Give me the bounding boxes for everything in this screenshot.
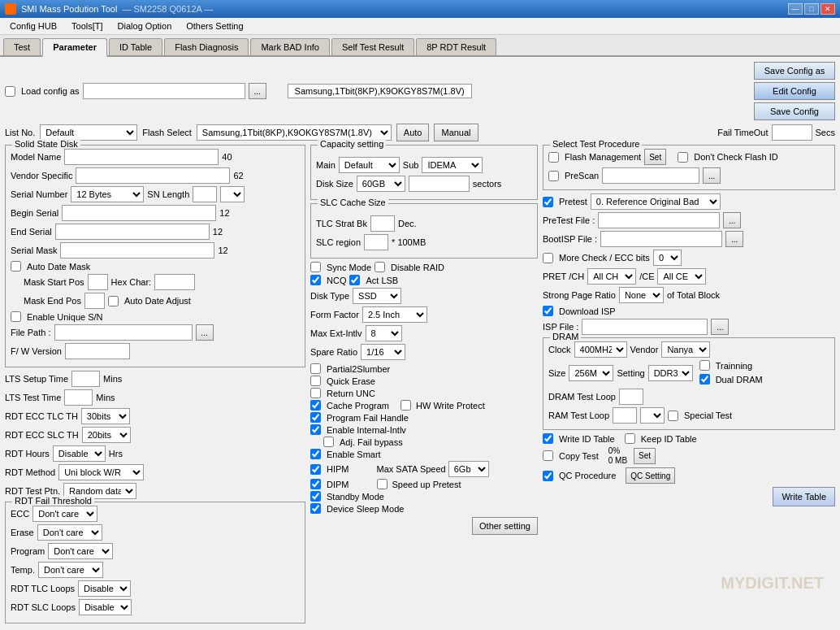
- rdt-hours-select[interactable]: Disable: [53, 445, 106, 462]
- prescan-checkbox[interactable]: [548, 171, 559, 181]
- more-check-checkbox[interactable]: [543, 253, 553, 263]
- close-button[interactable]: ✕: [821, 3, 835, 15]
- enable-smart-checkbox[interactable]: [310, 449, 321, 459]
- qc-procedure-checkbox[interactable]: [543, 471, 553, 481]
- prescan-browse[interactable]: ...: [703, 167, 721, 184]
- enable-internal-intlv-checkbox[interactable]: [310, 424, 321, 435]
- max-sata-speed-select[interactable]: 6Gb: [448, 461, 489, 477]
- qc-setting-button[interactable]: QC Setting: [626, 467, 675, 484]
- auto-date-adjust-checkbox[interactable]: [108, 296, 119, 306]
- main-select[interactable]: Default: [339, 157, 400, 173]
- spare-ratio-select[interactable]: 1/16: [361, 344, 405, 360]
- dram-test-loop-input[interactable]: 0: [619, 389, 643, 405]
- load-config-browse[interactable]: ...: [249, 83, 266, 99]
- ncq-checkbox[interactable]: [310, 275, 321, 285]
- mask-end-pos-input[interactable]: 10: [84, 293, 105, 309]
- return-unc-checkbox[interactable]: [310, 388, 321, 398]
- serial-mask-input[interactable]: AA##########: [60, 242, 214, 259]
- bootisp-file-input[interactable]: BootISP2258.bin: [600, 231, 722, 247]
- begin-serial-input[interactable]: AA0000000017: [62, 205, 216, 221]
- erase-select[interactable]: Don't care: [37, 524, 102, 541]
- training-checkbox[interactable]: [699, 360, 710, 371]
- pretest-file-browse[interactable]: ...: [723, 212, 741, 228]
- cache-program-checkbox[interactable]: [310, 400, 321, 411]
- maximize-button[interactable]: □: [804, 3, 819, 15]
- hex-char-input[interactable]: [154, 274, 195, 290]
- rdt-slc-loops-select[interactable]: Disable: [79, 599, 132, 615]
- tab-flash-diagnosis[interactable]: Flash Diagnosis: [164, 38, 249, 55]
- minimize-button[interactable]: —: [788, 3, 803, 15]
- pretest-file-input[interactable]: PTEST2258.bin: [598, 212, 720, 228]
- fw-version-input[interactable]: [65, 343, 130, 359]
- disable-raid-checkbox[interactable]: [375, 262, 385, 272]
- pretest-select[interactable]: 0. Reference Original Bad: [591, 193, 721, 210]
- hipm-checkbox[interactable]: [310, 464, 321, 475]
- copy-test-checkbox[interactable]: [543, 450, 553, 461]
- act-lsb-checkbox[interactable]: [349, 275, 360, 285]
- standby-mode-checkbox[interactable]: [310, 491, 321, 502]
- isp-file-input[interactable]: ISP2258.bin: [582, 319, 708, 335]
- manual-button[interactable]: Manual: [434, 124, 478, 141]
- tab-id-table[interactable]: ID Table: [109, 38, 162, 55]
- disk-size-select[interactable]: 60GB: [357, 176, 405, 192]
- rdt-ecc-tlc-select[interactable]: 30bits: [81, 408, 130, 424]
- ecc-select[interactable]: Don't care: [32, 506, 97, 522]
- program-fail-handle-checkbox[interactable]: [310, 412, 321, 423]
- edit-config-button[interactable]: Edit Config: [754, 82, 835, 100]
- tlc-strat-bk-input[interactable]: 0: [370, 215, 395, 232]
- download-isp-checkbox[interactable]: [543, 306, 553, 316]
- menu-others-setting[interactable]: Others Setting: [180, 20, 249, 33]
- prescan-input[interactable]: [602, 167, 699, 184]
- strong-page-ratio-select[interactable]: None: [619, 287, 664, 303]
- device-sleep-mode-checkbox[interactable]: [310, 503, 321, 514]
- copy-test-set-button[interactable]: Set: [634, 448, 656, 464]
- flash-select-dropdown[interactable]: Samsung,1Tbit(8KP),K9OKGY8S7M(1.8V): [197, 124, 392, 141]
- model-name-input[interactable]: tigo SSD: [64, 149, 219, 165]
- tab-test[interactable]: Test: [3, 38, 41, 55]
- flash-management-checkbox[interactable]: [548, 152, 559, 163]
- fail-timeout-input[interactable]: 600: [772, 124, 812, 141]
- lts-test-input[interactable]: 110: [64, 389, 93, 406]
- form-factor-select[interactable]: 2.5 Inch: [362, 306, 427, 323]
- special-test-checkbox[interactable]: [668, 411, 678, 421]
- more-check-select[interactable]: 0: [653, 250, 682, 266]
- tab-self-test-result[interactable]: Self Test Result: [331, 38, 414, 55]
- vendor-select[interactable]: Nanya: [661, 341, 710, 358]
- save-config-as-button[interactable]: Save Config as: [754, 62, 835, 80]
- mask-start-pos-input[interactable]: 3: [88, 274, 108, 290]
- ram-test-loop-input[interactable]: 0: [613, 407, 637, 424]
- file-path-browse[interactable]: ...: [196, 324, 214, 341]
- rdt-tlc-loops-select[interactable]: Disable: [78, 580, 131, 597]
- slc-region-input[interactable]: 30: [364, 234, 388, 250]
- hw-write-protect-checkbox[interactable]: [401, 400, 411, 411]
- list-no-select[interactable]: Default: [40, 124, 137, 141]
- ram-test-loop-select[interactable]: [640, 407, 665, 424]
- tab-parameter[interactable]: Parameter: [42, 38, 107, 57]
- max-ext-intlv-select[interactable]: 8: [366, 325, 402, 341]
- lts-setup-input[interactable]: 70: [71, 371, 100, 387]
- isp-file-browse[interactable]: ...: [711, 319, 729, 335]
- dipm-checkbox[interactable]: [310, 479, 321, 489]
- adj-fail-bypass-checkbox[interactable]: [323, 437, 334, 447]
- menu-dialog-option[interactable]: Dialog Option: [111, 20, 179, 33]
- write-id-table-checkbox[interactable]: [543, 433, 553, 444]
- quick-erase-checkbox[interactable]: [310, 376, 321, 386]
- sn-length-select[interactable]: [220, 186, 245, 202]
- load-config-checkbox[interactable]: [5, 86, 15, 97]
- sn-length-input[interactable]: 12: [193, 186, 217, 202]
- vendor-specific-input[interactable]: tigo SSD: [76, 167, 230, 184]
- temp-select[interactable]: Don't care: [38, 562, 103, 578]
- load-config-input[interactable]: [83, 83, 245, 99]
- dual-dram-checkbox[interactable]: [699, 374, 710, 385]
- rdt-method-select[interactable]: Uni block W/R: [58, 464, 144, 480]
- pret-ch-select[interactable]: All CH: [587, 268, 636, 285]
- size-select[interactable]: 256M: [569, 365, 613, 381]
- tab-mark-bad-info[interactable]: Mark BAD Info: [250, 38, 330, 55]
- sectors-input[interactable]: 734003200: [409, 176, 470, 192]
- other-setting-button[interactable]: Other setting: [472, 517, 538, 535]
- auto-button[interactable]: Auto: [396, 124, 430, 141]
- speed-up-pretest-checkbox[interactable]: [377, 479, 388, 489]
- rdt-ecc-slc-select[interactable]: 20bits: [82, 427, 131, 443]
- enable-unique-sn-checkbox[interactable]: [11, 311, 21, 322]
- write-table-button[interactable]: Write Table: [773, 487, 835, 506]
